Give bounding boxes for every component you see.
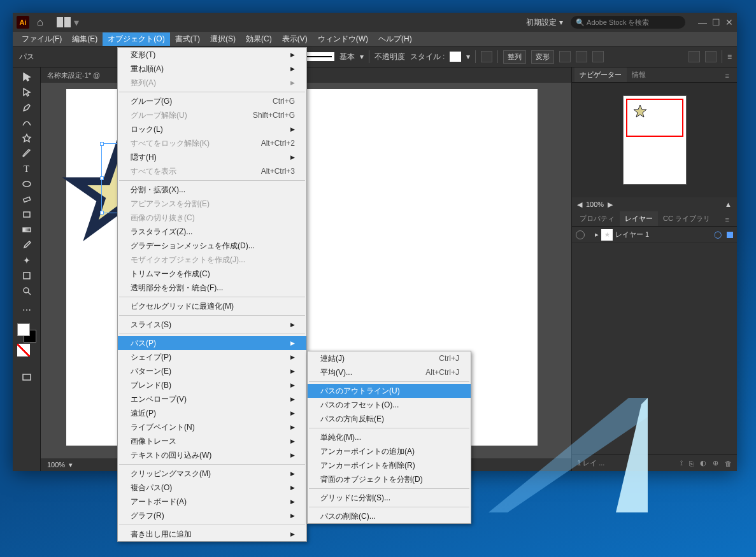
menu-select[interactable]: 選択(S)	[205, 32, 241, 46]
menu-item[interactable]: アートボード(A)▶	[118, 495, 306, 509]
target-indicator-icon[interactable]: ◯	[714, 230, 722, 239]
tab-info[interactable]: 情報	[627, 67, 651, 82]
pen-tool[interactable]	[18, 101, 35, 115]
screen-mode-icon[interactable]	[18, 370, 35, 384]
menu-item[interactable]: パスの削除(C)...	[308, 509, 471, 523]
none-color-icon[interactable]	[17, 344, 30, 356]
chevron-down-icon[interactable]: ▾	[360, 52, 364, 61]
menu-item[interactable]: グリッドに分割(S)...	[308, 491, 471, 505]
navigator-zoom-value[interactable]: 100%	[586, 201, 604, 208]
menu-item[interactable]: 透明部分を分割・統合(F)...	[118, 281, 306, 295]
options-icon-1[interactable]	[559, 51, 571, 62]
artboard-tool[interactable]	[18, 269, 35, 283]
chevron-down-icon[interactable]: ▾	[466, 52, 470, 61]
tab-layers[interactable]: レイヤー	[620, 211, 658, 226]
new-layer-icon[interactable]: ⊕	[713, 459, 718, 467]
align-button[interactable]: 整列	[503, 50, 526, 64]
menu-item[interactable]: 連結(J)Ctrl+J	[308, 351, 471, 365]
menu-item[interactable]: ラスタライズ(Z)...	[118, 225, 306, 239]
menu-item[interactable]: クリッピングマスク(M)▶	[118, 467, 306, 481]
menu-item[interactable]: グラデーションメッシュを作成(D)...	[118, 239, 306, 253]
menu-item[interactable]: パスのオフセット(O)...	[308, 398, 471, 412]
minimize-button[interactable]: —	[698, 17, 707, 27]
stock-search-input[interactable]: 🔍 Adobe Stock を検索	[571, 16, 685, 29]
menu-item[interactable]: パターン(E)▶	[118, 364, 306, 378]
tab-cclibraries[interactable]: CC ライブラリ	[658, 211, 715, 226]
layer-row[interactable]: ▸ ★ レイヤー 1 ◯	[572, 227, 737, 243]
direct-selection-tool[interactable]	[18, 85, 35, 99]
panel-menu-icon[interactable]: ≡	[720, 69, 734, 82]
selection-tool[interactable]	[18, 70, 35, 84]
menu-effect[interactable]: 効果(C)	[241, 32, 277, 46]
menu-window[interactable]: ウィンドウ(W)	[313, 32, 373, 46]
menu-item[interactable]: 平均(V)...Alt+Ctrl+J	[308, 365, 471, 379]
menu-item[interactable]: 遠近(P)▶	[118, 406, 306, 420]
close-button[interactable]: ✕	[725, 17, 733, 27]
delete-layer-icon[interactable]: 🗑	[725, 460, 732, 467]
paintbrush-tool[interactable]	[18, 146, 35, 160]
menu-view[interactable]: 表示(V)	[277, 32, 313, 46]
menu-item[interactable]: グラフ(R)▶	[118, 509, 306, 523]
menu-item[interactable]: スライス(S)▶	[118, 318, 306, 332]
tab-navigator[interactable]: ナビゲーター	[574, 67, 627, 82]
dropdown-arrow-icon[interactable]: ▾	[74, 17, 79, 29]
menu-item[interactable]: トリムマークを作成(C)	[118, 267, 306, 281]
menu-item[interactable]: アンカーポイントの追加(A)	[308, 444, 471, 458]
menu-item[interactable]: ライブペイント(N)▶	[118, 420, 306, 434]
menu-item[interactable]: テキストの回り込み(W)▶	[118, 448, 306, 462]
menu-item[interactable]: アンカーポイントを削除(R)	[308, 458, 471, 472]
ellipse-tool[interactable]	[18, 177, 35, 191]
disclosure-icon[interactable]: ▸	[595, 230, 599, 239]
panel-menu-icon[interactable]: ≡	[720, 213, 734, 226]
options-icon-3[interactable]	[592, 51, 604, 62]
tab-properties[interactable]: プロパティ	[574, 211, 620, 226]
panel-menu-icon[interactable]: ≡	[727, 52, 731, 61]
menu-item[interactable]: パスのアウトライン(U)	[308, 384, 471, 398]
arrange-docs-icon[interactable]	[56, 17, 71, 27]
menu-file[interactable]: ファイル(F)	[17, 32, 67, 46]
navigator-thumbnail[interactable]	[623, 95, 687, 185]
navigator-body[interactable]	[572, 83, 737, 197]
transform-button[interactable]: 変形	[531, 50, 554, 64]
zoom-in-icon[interactable]: ▶	[608, 201, 613, 209]
rectangle-tool[interactable]	[18, 208, 35, 222]
menu-item[interactable]: 隠す(H)▶	[118, 150, 306, 164]
symbol-sprayer-tool[interactable]: ✦	[18, 253, 35, 267]
options-icon-2[interactable]	[576, 51, 587, 62]
menu-edit[interactable]: 編集(E)	[67, 32, 103, 46]
menu-item[interactable]: ブレンド(B)▶	[118, 378, 306, 392]
graphic-style-swatch[interactable]	[450, 52, 461, 62]
menu-item[interactable]: 書き出し用に追加▶	[118, 527, 306, 541]
zoom-tool[interactable]	[18, 284, 35, 298]
star-tool[interactable]	[18, 131, 35, 145]
home-icon[interactable]: ⌂	[37, 17, 43, 28]
chevron-down-icon[interactable]: ▾	[69, 461, 73, 469]
menu-item[interactable]: エンベロープ(V)▶	[118, 392, 306, 406]
menu-item[interactable]: パスの方向反転(E)	[308, 412, 471, 426]
curvature-tool[interactable]	[18, 116, 35, 130]
menu-item[interactable]: 複合パス(O)▶	[118, 481, 306, 495]
layer-name[interactable]: レイヤー 1	[615, 230, 649, 239]
snap-icon[interactable]	[705, 51, 717, 62]
menu-type[interactable]: 書式(T)	[170, 32, 205, 46]
visibility-toggle-icon[interactable]	[576, 230, 585, 239]
menu-item[interactable]: 分割・拡張(X)...	[118, 183, 306, 197]
mountain-icon[interactable]: ▲	[725, 201, 732, 208]
workspace-preset-dropdown[interactable]: 初期設定▾	[526, 17, 563, 28]
gradient-tool[interactable]	[18, 223, 35, 237]
eraser-tool[interactable]	[18, 192, 35, 206]
recolor-icon[interactable]	[481, 51, 492, 62]
zoom-out-icon[interactable]: ◀	[577, 201, 582, 209]
new-sublayer-icon[interactable]: ⎘	[689, 460, 694, 467]
eyedropper-tool[interactable]	[18, 238, 35, 252]
menu-item[interactable]: 背面のオブジェクトを分割(D)	[308, 472, 471, 486]
menu-item[interactable]: 変形(T)▶	[118, 48, 306, 62]
menu-object[interactable]: オブジェクト(O)	[103, 32, 169, 46]
maximize-button[interactable]: ☐	[712, 17, 720, 27]
locate-icon[interactable]: ⟟	[680, 459, 683, 467]
opacity-label[interactable]: 不透明度	[374, 52, 405, 62]
menu-item[interactable]: シェイプ(P)▶	[118, 350, 306, 364]
menu-item[interactable]: ロック(L)▶	[118, 122, 306, 136]
menu-item[interactable]: 単純化(M)...	[308, 430, 471, 444]
edit-toolbar-icon[interactable]: ⋯	[18, 303, 35, 317]
